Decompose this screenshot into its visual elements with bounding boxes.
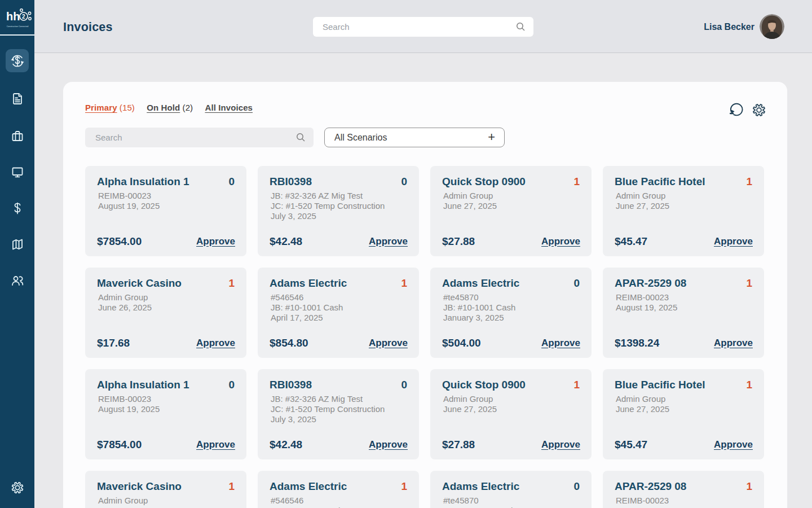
svg-text:Construction Connected: Construction Connected bbox=[6, 25, 28, 28]
svg-text:hh: hh bbox=[6, 10, 20, 23]
svg-text:2: 2 bbox=[22, 14, 25, 20]
